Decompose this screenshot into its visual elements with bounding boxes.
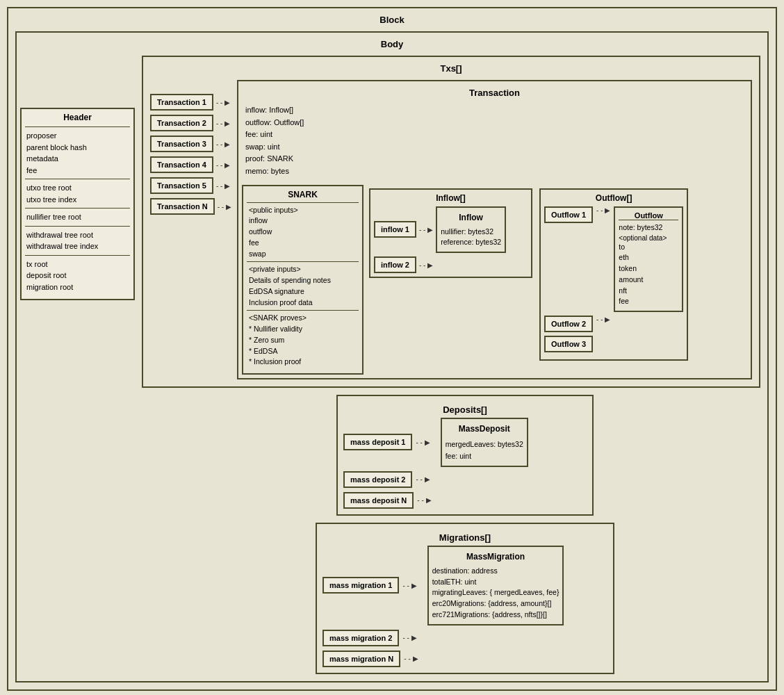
tx-item-5: Transaction 5 - - ▶ xyxy=(150,177,231,194)
txs-title: Txs[] xyxy=(147,60,756,76)
header-box: Header proposer parent block hash metada… xyxy=(20,108,135,300)
inflow-2-box[interactable]: inflow 2 xyxy=(374,256,416,273)
transaction-n-box[interactable]: Transaction N xyxy=(150,198,215,215)
migration-row-2: mass migration 2 - - ▶ xyxy=(322,630,607,646)
header-group1: proposer parent block hash metadata fee xyxy=(25,126,130,179)
snark-box: SNARK <public inputs> inflowoutflowfeesw… xyxy=(242,185,364,375)
header-group5: tx root deposit root migration root xyxy=(25,255,130,296)
transaction-list: Transaction 1 - - ▶ Transaction 2 - - ▶ … xyxy=(150,80,231,215)
massdeposit-title: MassDeposit xyxy=(446,423,523,436)
snark-public-inputs: <public inputs> inflowoutflowfeeswap xyxy=(247,202,359,262)
txs-section: Txs[] Transaction 1 - - ▶ Transaction 2 … xyxy=(142,56,760,388)
outflow-detail-title: Outflow xyxy=(619,211,678,220)
migrations-section: Migrations[] mass migration 1 - - ▶ Mass… xyxy=(316,523,614,674)
body-title: Body xyxy=(20,36,764,52)
tx-item-3: Transaction 3 - - ▶ xyxy=(150,136,231,152)
mass-migration-1-box[interactable]: mass migration 1 xyxy=(322,577,399,594)
migrations-title: Migrations[] xyxy=(322,530,607,546)
arrow-5: - - ▶ xyxy=(216,182,230,190)
main-layout: Header proposer parent block hash metada… xyxy=(20,52,764,678)
outflow-array-title: Outflow[] xyxy=(544,193,683,203)
inflow-array-title: Inflow[] xyxy=(374,193,528,203)
mass-migration-2-box[interactable]: mass migration 2 xyxy=(322,630,399,646)
tx-item-4: Transaction 4 - - ▶ xyxy=(150,156,231,173)
tx-item-1: Transaction 1 - - ▶ xyxy=(150,94,231,111)
outflow-row-2: Outflow 2 - - ▶ xyxy=(544,316,683,332)
deposit-arrow-1: - - ▶ xyxy=(416,439,430,446)
migration-arrow-1: - - ▶ xyxy=(402,582,416,589)
mass-migration-n-box[interactable]: mass migration N xyxy=(322,651,400,667)
inflow-array-box: Inflow[] inflow 1 - - ▶ Inflow xyxy=(369,188,532,279)
transaction-1-box[interactable]: Transaction 1 xyxy=(150,94,213,111)
txs-inner: Transaction 1 - - ▶ Transaction 2 - - ▶ … xyxy=(147,76,756,383)
block-title: Block xyxy=(12,12,772,28)
tx-item-n: Transaction N - - ▶ xyxy=(150,198,231,215)
header-group2: utxo tree root utxo tree index xyxy=(25,179,130,208)
outflow-1-box[interactable]: Outflow 1 xyxy=(544,206,593,223)
block-container: Block Body Header proposer parent block … xyxy=(7,7,777,691)
inflow-1-box[interactable]: inflow 1 xyxy=(374,221,416,238)
mass-deposit-n-box[interactable]: mass deposit N xyxy=(343,492,414,509)
arrow-4: - - ▶ xyxy=(216,161,230,169)
inflow-arrow-1: - - ▶ xyxy=(419,226,433,234)
transaction-3-box[interactable]: Transaction 3 xyxy=(150,136,213,152)
snark-title: SNARK xyxy=(247,190,359,199)
deposit-row-1: mass deposit 1 - - ▶ MassDeposit mergedL… xyxy=(343,418,587,467)
outflow-array-box: Outflow[] Outflow 1 - - ▶ Outflow note: … xyxy=(539,188,688,361)
deposit-row-n: mass deposit N - - ▶ xyxy=(343,492,587,509)
outflow-2-box[interactable]: Outflow 2 xyxy=(544,316,593,332)
header-group4: withdrawal tree root withdrawal tree ind… xyxy=(25,226,130,255)
mass-deposit-2-box[interactable]: mass deposit 2 xyxy=(343,471,412,488)
arrow-1: - - ▶ xyxy=(216,99,230,106)
transaction-sub: SNARK <public inputs> inflowoutflowfeesw… xyxy=(242,185,747,375)
massdeposit-detail: MassDeposit mergedLeaves: bytes32 fee: u… xyxy=(441,418,528,467)
left-sidebar: Header proposer parent block hash metada… xyxy=(20,108,135,300)
migration-arrow-n: - - ▶ xyxy=(404,655,418,662)
mass-deposit-1-box[interactable]: mass deposit 1 xyxy=(343,434,412,450)
massmigration-detail: MassMigration destination: address total… xyxy=(427,546,564,626)
deposit-row-2: mass deposit 2 - - ▶ xyxy=(343,471,587,488)
outflow-3-box[interactable]: Outflow 3 xyxy=(544,336,593,352)
bottom-sections: Deposits[] mass deposit 1 - - ▶ MassDepo… xyxy=(138,391,764,678)
migration-row-1: mass migration 1 - - ▶ MassMigration des… xyxy=(322,546,607,626)
outflow-detail-box: Outflow note: bytes32 <optional data> to… xyxy=(614,206,683,313)
transaction-4-box[interactable]: Transaction 4 xyxy=(150,156,213,173)
outflow-arrow-2: - - ▶ xyxy=(596,316,610,323)
right-content: Txs[] Transaction 1 - - ▶ Transaction 2 … xyxy=(138,52,764,678)
arrow-2: - - ▶ xyxy=(216,120,230,127)
deposits-section: Deposits[] mass deposit 1 - - ▶ MassDepo… xyxy=(336,395,594,516)
inflow-arrow-2: - - ▶ xyxy=(419,261,433,269)
migration-list: mass migration 1 - - ▶ MassMigration des… xyxy=(322,546,607,667)
inflow-detail-title: Inflow xyxy=(441,211,501,224)
header-group3: nullifier tree root xyxy=(25,208,130,226)
tx-item-2: Transaction 2 - - ▶ xyxy=(150,115,231,131)
outflow-arrow-1: - - ▶ xyxy=(596,206,610,214)
migration-row-n: mass migration N - - ▶ xyxy=(322,651,607,667)
snark-private-inputs: <private inputs> Details of spending not… xyxy=(247,261,359,310)
inflow-row-1: inflow 1 - - ▶ Inflow nullifier: bytes32… xyxy=(374,206,528,254)
transaction-detail: Transaction inflow: Inflow[] outflow: Ou… xyxy=(237,80,752,379)
massmigration-title: MassMigration xyxy=(432,550,560,563)
deposit-list: mass deposit 1 - - ▶ MassDeposit mergedL… xyxy=(343,418,587,509)
deposits-title: Deposits[] xyxy=(343,402,587,418)
snark-proves: <SNARK proves> * Nullifier validity* Zer… xyxy=(247,310,359,370)
sub-inflow-outflow: Inflow[] inflow 1 - - ▶ Inflow xyxy=(369,188,688,375)
deposit-arrow-2: - - ▶ xyxy=(416,475,430,483)
arrow-3: - - ▶ xyxy=(216,140,230,148)
transaction-2-box[interactable]: Transaction 2 xyxy=(150,115,213,131)
header-title: Header xyxy=(25,113,130,122)
transaction-detail-title: Transaction xyxy=(242,85,747,101)
migration-arrow-2: - - ▶ xyxy=(402,634,416,641)
arrow-n: - - ▶ xyxy=(218,203,231,211)
transaction-fields: inflow: Inflow[] outflow: Outflow[] fee:… xyxy=(242,101,747,181)
inflow-row-2: inflow 2 - - ▶ xyxy=(374,256,528,273)
outflow-row-1: Outflow 1 - - ▶ Outflow note: bytes32 <o… xyxy=(544,206,683,313)
deposit-arrow-n: - - ▶ xyxy=(417,496,431,504)
inflow-detail-box: Inflow nullifier: bytes32 reference: byt… xyxy=(436,206,506,254)
outflow-row-3: Outflow 3 xyxy=(544,336,683,352)
inflow-items: inflow 1 - - ▶ Inflow nullifier: bytes32… xyxy=(374,206,528,274)
body-section: Body Header proposer parent block hash m… xyxy=(15,31,769,682)
transaction-5-box[interactable]: Transaction 5 xyxy=(150,177,213,194)
